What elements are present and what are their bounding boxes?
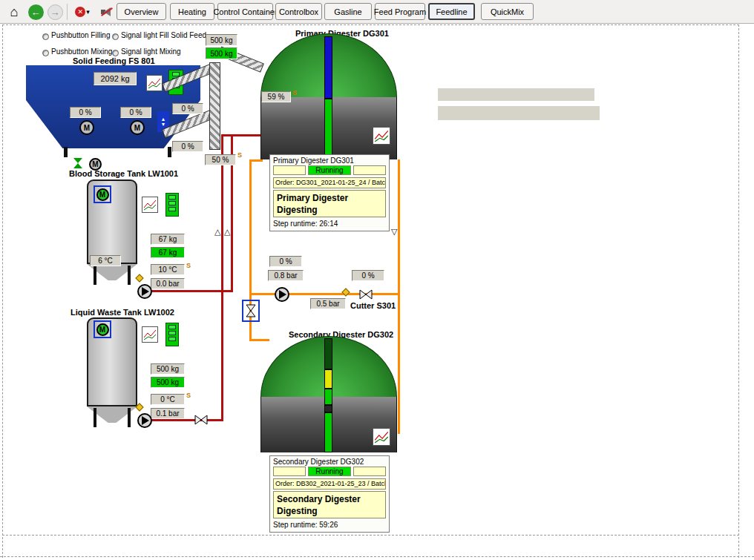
running-status-field: Running (308, 165, 351, 175)
blood-tank-pump[interactable] (137, 283, 153, 300)
flow-arrow-up-icon: △ (214, 227, 220, 237)
trend-icon[interactable] (373, 127, 390, 145)
forward-icon[interactable]: → (46, 3, 64, 21)
feed-counter-top-display: 500 kg (206, 34, 237, 46)
feed-pipe-segment (145, 419, 223, 421)
secondary-digester-band (324, 405, 332, 412)
blood-tank-pressure-display: 0.0 bar (151, 278, 185, 289)
blood-tank-temp-display: 6 °C (90, 255, 121, 266)
mixer-right-motor[interactable]: M (130, 120, 145, 135)
page-guide-break (2, 535, 739, 536)
status-field (353, 467, 386, 476)
signal-stack-icon[interactable] (165, 323, 179, 346)
solid-feeding-title: Solid Feeding FS 801 (73, 56, 155, 65)
trend-icon[interactable] (146, 75, 163, 91)
feed-pipe-segment (221, 134, 223, 421)
trend-icon[interactable] (373, 428, 390, 446)
secondary-digester-level-column (324, 389, 332, 405)
liquid-tank-agitator-motor[interactable]: M (96, 323, 109, 336)
radio-pushbutton-mixing[interactable] (42, 50, 49, 56)
tab-overview[interactable]: Overview (117, 3, 166, 20)
loop-valve[interactable] (246, 304, 256, 317)
primary-digester-status-panel: Primary Digester DG301 Running Order: DG… (269, 154, 390, 231)
primary-digester-level-column (324, 99, 332, 159)
blood-tank-weight-set-display: 67 kg (151, 247, 185, 258)
feed-pipe-segment (145, 290, 233, 292)
trend-curve (373, 128, 390, 144)
radio-signal-mixing[interactable] (112, 50, 119, 56)
alarm-acknowledge-icon[interactable]: ✕ ▾ (71, 3, 94, 21)
step-name: Digesting (277, 505, 382, 517)
status-field (273, 467, 306, 476)
radio-label: Signal light Mixing (121, 47, 181, 56)
panel-title: Primary Digester DG301 (270, 155, 389, 165)
blood-tank-title: Blood Storage Tank LW1001 (69, 169, 178, 178)
hourglass-icon (73, 158, 82, 168)
signal-stack-icon[interactable] (165, 193, 179, 217)
liquid-tank-weight-set-display: 500 kg (151, 377, 185, 388)
blood-tank-temp-set-display: 10 °C (151, 264, 185, 275)
page-guide-left (2, 24, 3, 558)
running-status-field: Running (308, 467, 351, 476)
primary-digester-gas-column (324, 36, 332, 99)
trend-icon[interactable] (142, 326, 158, 343)
home-icon[interactable]: ⌂ (4, 3, 24, 21)
tab-heating[interactable]: Heating (170, 3, 214, 20)
liquid-tank-temp-set-display: 0 °C (151, 394, 185, 405)
manual-valve-icon[interactable] (135, 274, 143, 282)
blood-tank-agitator-motor[interactable]: M (96, 188, 109, 201)
tank-leg (94, 408, 96, 427)
loop-pipe-segment (251, 293, 399, 295)
simulation-badge: S (292, 89, 297, 96)
step-runtime: Step runtime: 59:26 (270, 518, 389, 531)
alarm-horn-icon[interactable] (96, 3, 116, 21)
liquid-tank-pressure-display: 0.1 bar (151, 408, 185, 419)
back-icon[interactable]: ← (27, 3, 45, 21)
feed-line-valve[interactable] (194, 415, 208, 425)
radio-signal-fill-solid-feed[interactable] (112, 33, 119, 40)
mixer-left-motor[interactable]: M (79, 120, 94, 135)
radio-pushbutton-filling[interactable] (42, 33, 49, 40)
conveyor-top-speed-display: 0 % (172, 103, 203, 114)
liquid-tank-pump[interactable] (137, 412, 153, 429)
cutter-pressure-display: 0.5 bar (310, 298, 346, 309)
agitator-motor-frame: M (94, 320, 111, 338)
tank-leg (128, 266, 131, 285)
radio-label: Signal light Fill Solid Feed (121, 31, 206, 39)
redacted-bar (438, 106, 600, 120)
tab-controlbox[interactable]: Controlbox (275, 3, 322, 20)
tab-quickmix[interactable]: QuickMix (481, 3, 534, 20)
mixer-left-speed-display: 0 % (70, 107, 101, 118)
order-field: Order: DB302_2021-01-25_23 / Batch: 0 (273, 478, 386, 490)
loop-pump-pressure-display: 0.8 bar (268, 270, 304, 281)
tab-feed-program[interactable]: Feed Program (375, 3, 425, 20)
liquid-tank-weight-display: 500 kg (151, 363, 185, 375)
toolbar-divider (67, 4, 68, 20)
order-field: Order: DG301_2021-01-25_24 / Batch: 1 (273, 177, 386, 188)
toolbar: ⌂ ← → ✕ ▾ Overview Heating Control Conta… (0, 0, 754, 24)
feed-counter-bottom-display: 500 kg (206, 47, 237, 59)
page-guide-bottom (0, 556, 754, 557)
flow-arrow-down-icon: ▽ (391, 227, 397, 237)
primary-digester-level-display: 59 % (261, 91, 291, 102)
screw-conveyor-vertical[interactable] (209, 62, 220, 150)
trend-icon[interactable] (142, 197, 158, 213)
mixer-right-speed-display: 0 % (120, 107, 151, 118)
hopper-leg (64, 147, 68, 157)
flow-arrow-up-icon: △ (224, 227, 230, 237)
feed-pipe-segment (221, 134, 263, 136)
cutter-valve[interactable] (359, 289, 373, 300)
tab-gasline[interactable]: Gasline (324, 3, 372, 20)
loop-pump[interactable] (274, 286, 290, 303)
loop-pipe-segment (249, 159, 263, 162)
secondary-digester-status-panel: Secondary Digester DG302 Running Order: … (269, 455, 390, 533)
trend-curve (373, 429, 390, 445)
loop-pipe-segment (249, 339, 269, 341)
panel-status-row: Running (270, 467, 389, 476)
tab-control-container[interactable]: Control Container (217, 3, 273, 20)
secondary-digester-gas-column (324, 338, 332, 369)
simulation-badge: S (186, 262, 191, 269)
panel-title: Secondary Digester DG302 (270, 456, 389, 467)
tab-feedline[interactable]: Feedline (428, 3, 475, 20)
solid-feeding-weight-display: 2092 kg (94, 72, 137, 85)
